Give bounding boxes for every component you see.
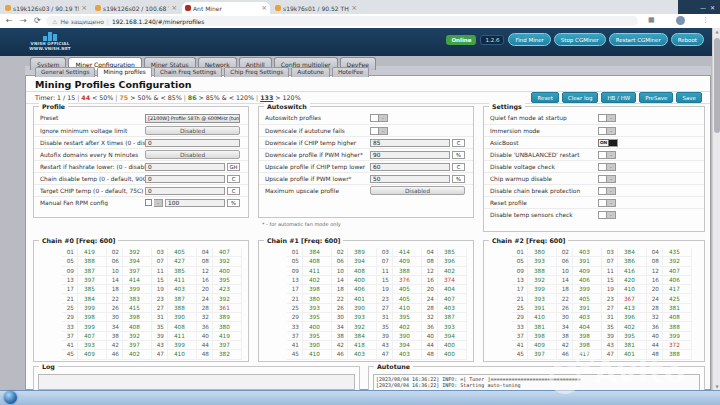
toggle[interactable]: – xyxy=(598,199,616,207)
browser-tab[interactable]: Ant Miner× xyxy=(182,2,270,14)
tab-close-icon[interactable]: × xyxy=(261,5,267,12)
checkbox[interactable] xyxy=(145,199,152,206)
start-button-icon[interactable] xyxy=(4,391,17,404)
forward-icon[interactable]: → xyxy=(20,16,27,26)
address-bar[interactable]: ⚠ Не защищено | 192.168.1.240/#/minerpro… xyxy=(46,16,638,26)
chip-freq-value: 392 xyxy=(123,248,152,257)
chip-freq-value: 419 xyxy=(213,332,242,341)
form-label: Restart if hashrate lower: (0 - disable) xyxy=(40,164,145,170)
save-button[interactable]: Save xyxy=(676,92,702,103)
chip-freq-value: 394 xyxy=(393,341,422,350)
refresh-icon[interactable]: ⟳ xyxy=(34,16,41,26)
header-button-restart-cgminer[interactable]: Restart CGMiner xyxy=(609,33,668,46)
value-input[interactable]: 100 xyxy=(165,199,225,207)
chip-freq-value: 386 xyxy=(618,257,647,266)
header-button-reboot[interactable]: Reboot xyxy=(671,33,704,46)
toggle[interactable]: – xyxy=(598,211,616,219)
chip-index: 43 xyxy=(377,341,393,350)
table-row: 45410464034740348400 xyxy=(287,350,467,359)
toggle[interactable]: ON xyxy=(598,139,618,147)
chip-index: 05 xyxy=(287,257,303,266)
hb-hw-button[interactable]: HB / HW xyxy=(601,92,636,103)
toggle[interactable]: – xyxy=(598,175,616,183)
timer-value[interactable]: 133 xyxy=(260,94,273,101)
form-label: Disable restart after X times (0 - disab… xyxy=(40,140,145,146)
toggle[interactable]: – xyxy=(598,127,616,135)
disabled-button[interactable]: Disabled xyxy=(145,150,240,159)
value-input[interactable]: 85 xyxy=(370,139,450,147)
tab-close-icon[interactable]: × xyxy=(171,5,177,12)
toggle[interactable]: – xyxy=(598,187,616,195)
table-row: 13392144061542016406 xyxy=(512,276,692,285)
subtab-chip-freq-settings[interactable]: Chip Freq Settings xyxy=(224,67,289,77)
toggle[interactable]: – xyxy=(598,163,616,171)
tab-close-icon[interactable]: × xyxy=(351,5,357,12)
timer-value: 86 xyxy=(188,94,197,101)
chip-index: 28 xyxy=(422,304,438,313)
form-label: Upscale profile if PWM lower* xyxy=(265,176,370,182)
chip-index: 06 xyxy=(332,257,348,266)
chip-freq-value: 402 xyxy=(618,322,647,331)
browser-tab[interactable]: s19k126s03 / 90.19 TH/s | 61° -× xyxy=(2,2,90,14)
chip-index: 35 xyxy=(602,322,618,331)
scrollbar[interactable]: ▲ ▼ xyxy=(712,28,720,390)
browser-menu-icon[interactable]: ⋮ xyxy=(702,16,709,24)
table-row: 33381344043540236388 xyxy=(512,322,692,331)
scroll-down-icon[interactable]: ▼ xyxy=(713,384,720,389)
subtab-mining-profiles[interactable]: Mining profiles xyxy=(97,67,151,77)
form-row: Chain disable temp (0 - default, 90C)0C xyxy=(34,172,248,184)
reset-button[interactable]: Reset xyxy=(531,92,558,103)
subtab-autotune[interactable]: Autotune xyxy=(291,67,330,77)
value-input[interactable]: 0 xyxy=(145,139,240,147)
profile-avatar[interactable] xyxy=(676,16,685,25)
divider: | xyxy=(107,18,109,25)
log-fieldset: Log xyxy=(33,366,360,392)
timer-prefix: Timer: 1 / 15 xyxy=(35,94,75,101)
chip-index: 25 xyxy=(287,304,303,313)
tab-title: s19k76s01 / 90.52 TH/s | 50° - xyxy=(283,5,349,12)
table-row: 05388063940742708392 xyxy=(62,257,242,266)
value-input[interactable]: 0 xyxy=(145,163,225,171)
minimize-icon[interactable]: — xyxy=(700,4,706,11)
preset-select[interactable]: [2100W] Profile 58Th @ 600MHz (tun▾ xyxy=(145,114,240,123)
browser-tab[interactable]: s19k126s02 / 100.68 TH/s | 64° -× xyxy=(92,2,180,14)
subtab-chain-freq-settings[interactable]: Chain Freq Settings xyxy=(154,67,222,77)
toggle-knob[interactable]: – xyxy=(154,199,163,207)
clear-log-button[interactable]: Clear log xyxy=(562,92,599,103)
chip-index: 41 xyxy=(287,341,303,350)
header-button-stop-cgminer[interactable]: Stop CGMiner xyxy=(554,33,606,46)
value-input[interactable]: 90 xyxy=(370,151,450,159)
chip-index: 46 xyxy=(332,350,348,359)
chip-index: 30 xyxy=(107,313,123,322)
disabled-button[interactable]: Disabled xyxy=(370,186,465,195)
chip-index: 17 xyxy=(62,285,78,294)
value-input[interactable]: 0 xyxy=(145,175,225,183)
presave-button[interactable]: PreSave xyxy=(639,92,673,103)
chip-freq-value: 414 xyxy=(393,248,422,257)
back-icon[interactable]: ← xyxy=(6,16,13,26)
toggle[interactable]: – xyxy=(598,151,616,159)
toggle[interactable]: – xyxy=(370,114,388,122)
browser-tab[interactable]: s19k76s01 / 90.52 TH/s | 50° -× xyxy=(272,2,360,14)
disabled-button[interactable]: Disabled xyxy=(145,126,240,135)
chip-index: 21 xyxy=(62,294,78,303)
toggle[interactable]: – xyxy=(598,114,616,122)
header-button-find-miner[interactable]: Find Miner xyxy=(508,33,550,46)
scroll-up-icon[interactable]: ▲ xyxy=(713,29,720,34)
chip-freq-value: 407 xyxy=(213,248,242,257)
chain2-fieldset: Chain #2 [Freq: 600] 0138002403033840443… xyxy=(483,240,705,362)
value-input[interactable]: 0 xyxy=(145,187,225,195)
log-textarea[interactable] xyxy=(38,374,355,390)
tab-close-icon[interactable]: × xyxy=(81,5,87,12)
chip-freq-value: 381 xyxy=(663,304,692,313)
chip-freq-value: 399 xyxy=(663,332,692,341)
scrollbar-thumb[interactable] xyxy=(714,38,720,133)
extensions-icon[interactable]: ▦ xyxy=(648,16,655,24)
subtab-general-settings[interactable]: General Settings xyxy=(35,67,95,77)
form-row: Quiet fan mode at startup– xyxy=(484,112,704,124)
subtab-hotelfee[interactable]: HotelFee xyxy=(332,67,370,77)
close-icon[interactable]: ✕ xyxy=(710,4,715,11)
value-input[interactable]: 50 xyxy=(370,175,450,183)
value-input[interactable]: 60 xyxy=(370,163,450,171)
toggle[interactable]: – xyxy=(370,127,388,135)
